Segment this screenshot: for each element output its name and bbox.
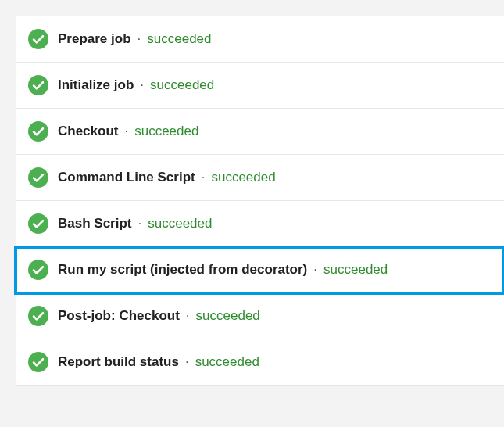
pipeline-step-row[interactable]: Checkout · succeeded [16, 109, 504, 155]
success-check-icon [28, 75, 48, 95]
pipeline-step-row[interactable]: Post-job: Checkout · succeeded [16, 293, 504, 339]
pipeline-step-row[interactable]: Initialize job · succeeded [16, 63, 504, 109]
step-status: succeeded [147, 30, 211, 48]
svg-point-4 [28, 214, 48, 234]
step-content: Checkout · succeeded [58, 122, 198, 141]
step-status: succeeded [195, 353, 259, 371]
step-status: succeeded [148, 214, 212, 233]
svg-point-2 [28, 121, 48, 142]
separator: · [138, 30, 141, 48]
step-content: Report build status · succeeded [58, 353, 259, 371]
success-check-icon [28, 121, 48, 142]
success-check-icon [28, 29, 48, 49]
svg-point-6 [28, 306, 48, 326]
step-status: succeeded [150, 76, 214, 95]
success-check-icon [28, 214, 48, 234]
step-name: Run my script (injected from decorator) [58, 260, 307, 279]
separator: · [186, 307, 190, 325]
svg-point-3 [28, 167, 48, 188]
svg-point-0 [28, 29, 48, 49]
pipeline-step-row[interactable]: Bash Script · succeeded [16, 201, 504, 247]
step-name: Prepare job [58, 30, 131, 48]
separator: · [313, 260, 317, 279]
step-name: Command Line Script [58, 168, 195, 187]
step-status: succeeded [134, 122, 198, 141]
separator: · [202, 168, 206, 187]
pipeline-step-list: Prepare job · succeeded Initialize job ·… [16, 16, 504, 386]
svg-point-5 [28, 260, 48, 280]
step-content: Bash Script · succeeded [58, 214, 212, 233]
step-content: Initialize job · succeeded [58, 76, 214, 95]
step-content: Prepare job · succeeded [58, 30, 212, 48]
step-status: succeeded [196, 307, 260, 325]
svg-point-1 [28, 75, 48, 95]
step-content: Run my script (injected from decorator) … [58, 260, 388, 279]
pipeline-step-row[interactable]: Prepare job · succeeded [16, 16, 504, 63]
step-content: Command Line Script · succeeded [58, 168, 276, 187]
pipeline-step-row[interactable]: Command Line Script · succeeded [16, 155, 504, 201]
pipeline-step-row[interactable]: Report build status · succeeded [16, 339, 504, 386]
separator: · [138, 214, 141, 233]
svg-point-7 [28, 352, 48, 372]
step-name: Post-job: Checkout [58, 307, 180, 325]
success-check-icon [28, 260, 48, 280]
pipeline-step-row[interactable]: Run my script (injected from decorator) … [16, 247, 504, 293]
step-name: Initialize job [58, 76, 134, 95]
step-status: succeeded [211, 168, 275, 187]
separator: · [185, 353, 189, 371]
step-name: Checkout [58, 122, 118, 141]
step-name: Report build status [58, 353, 179, 371]
step-status: succeeded [323, 260, 388, 279]
separator: · [124, 122, 128, 141]
success-check-icon [28, 306, 48, 326]
step-content: Post-job: Checkout · succeeded [58, 307, 260, 325]
separator: · [140, 76, 144, 95]
step-name: Bash Script [58, 214, 131, 233]
success-check-icon [28, 167, 48, 188]
success-check-icon [28, 352, 48, 372]
